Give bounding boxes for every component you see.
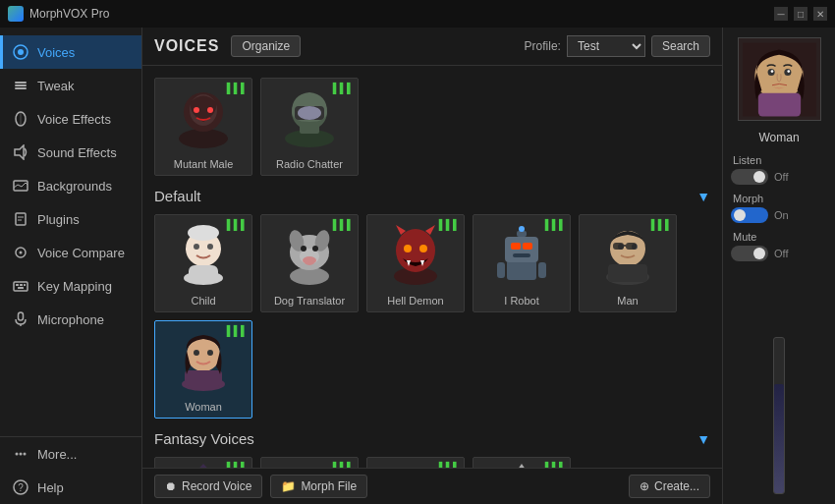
svg-rect-59 (505, 237, 538, 262)
microphone-icon (12, 310, 29, 328)
voices-scroll[interactable]: ▌▌▌ Mutant Male (142, 66, 722, 468)
mute-toggle[interactable] (731, 246, 768, 261)
main-layout: Voices Tweak Voice Effects (0, 28, 835, 504)
voice-card-name: Hell Demon (387, 295, 443, 307)
sidebar-plugins-label: Plugins (37, 212, 80, 227)
sidebar-item-tweak[interactable]: Tweak (0, 69, 141, 102)
plugins-icon (12, 210, 29, 228)
sidebar-item-plugins[interactable]: Plugins (0, 202, 141, 236)
hell-demon-img (380, 219, 451, 286)
voice-card-dog-translator[interactable]: ▌▌▌ Dog (260, 214, 359, 312)
svg-point-1 (18, 49, 24, 55)
sidebar: Voices Tweak Voice Effects (0, 28, 142, 504)
listen-state: Off (774, 171, 788, 183)
voice-card-name: I Robot (504, 295, 538, 307)
mute-toggle-row: Off (731, 246, 827, 261)
sidebar-item-sound-effects[interactable]: Sound Effects (0, 136, 141, 169)
sidebar-item-backgrounds[interactable]: Backgrounds (0, 169, 141, 202)
svg-rect-61 (523, 243, 532, 250)
listen-toggle-knob (753, 171, 765, 183)
svg-point-39 (207, 244, 213, 250)
svg-rect-3 (15, 84, 27, 86)
sidebar-item-microphone[interactable]: Microphone (0, 303, 141, 336)
app-title: MorphVOX Pro (29, 7, 109, 21)
child-img (168, 219, 239, 286)
backgrounds-icon (12, 177, 29, 195)
voice-card-i-robot[interactable]: ▌▌▌ I R (473, 214, 571, 312)
svg-rect-69 (608, 264, 647, 282)
record-voice-button[interactable]: ⏺ Record Voice (154, 475, 262, 498)
sidebar-sound-effects-label: Sound Effects (37, 145, 117, 160)
close-button[interactable]: ✕ (813, 7, 827, 21)
nasty-gnome-img (486, 462, 557, 468)
voice-card-giant[interactable]: ▌▌▌ (366, 457, 465, 468)
mute-toggle-knob (753, 248, 765, 259)
voice-card-name: Dog Translator (274, 295, 345, 307)
sidebar-key-mapping-label: Key Mapping (37, 279, 112, 294)
mute-label: Mute (731, 231, 827, 243)
svg-point-55 (419, 245, 427, 252)
svg-rect-41 (189, 265, 218, 281)
morph-control: Morph On (731, 193, 827, 223)
volume-bar[interactable] (773, 337, 785, 494)
voice-card-name: Woman (185, 401, 222, 413)
svg-point-29 (194, 107, 199, 113)
voice-card-man[interactable]: ▌▌▌ (579, 214, 677, 312)
selected-voice-image (738, 37, 821, 121)
section-fantasy-label: Fantasy Voices (154, 430, 254, 447)
svg-rect-72 (613, 243, 624, 250)
svg-point-40 (188, 225, 219, 241)
svg-rect-109 (757, 92, 800, 116)
sidebar-item-voices[interactable]: Voices (0, 35, 141, 69)
profile-select[interactable]: Test (567, 35, 645, 57)
sidebar-item-more[interactable]: More... (0, 437, 141, 471)
sidebar-item-help[interactable]: ? Help (0, 471, 141, 504)
sidebar-backgrounds-label: Backgrounds (37, 179, 112, 194)
voice-card-female-pixie[interactable]: ▌▌▌ (260, 457, 359, 468)
collapse-arrow-fantasy[interactable]: ▼ (696, 431, 710, 447)
voice-effects-icon (12, 110, 29, 128)
giant-img (380, 462, 451, 468)
morph-file-label: Morph File (301, 479, 357, 493)
voice-card-radio-chatter[interactable]: ▌▌▌ Radio Chatter (260, 78, 359, 176)
sidebar-item-voice-compare[interactable]: Voice Compare (0, 236, 141, 269)
svg-point-78 (194, 350, 199, 356)
morph-file-button[interactable]: 📁 Morph File (270, 475, 367, 498)
svg-point-34 (298, 106, 321, 120)
more-icon (12, 445, 29, 463)
voice-card-hell-demon[interactable]: ▌▌▌ Hel (366, 214, 465, 312)
svg-rect-19 (19, 312, 24, 320)
profile-label: Profile: (525, 39, 561, 53)
volume-level (774, 384, 784, 493)
radio-chatter-img (274, 83, 345, 149)
search-button[interactable]: Search (651, 35, 710, 57)
maximize-button[interactable]: □ (794, 7, 807, 21)
sidebar-tweak-label: Tweak (37, 79, 75, 93)
morph-toggle[interactable] (731, 207, 768, 223)
listen-toggle[interactable] (731, 169, 768, 185)
svg-rect-66 (538, 262, 546, 278)
create-button[interactable]: ⊕ Create... (629, 475, 710, 498)
featured-grid: ▌▌▌ Mutant Male (154, 78, 710, 176)
voice-card-mutant-male[interactable]: ▌▌▌ Mutant Male (154, 78, 252, 176)
voices-icon (12, 43, 29, 61)
voice-card-woman[interactable]: ▌▌▌ (154, 320, 252, 419)
minimize-button[interactable]: ─ (774, 7, 788, 21)
sidebar-item-key-mapping[interactable]: Key Mapping (0, 269, 141, 303)
listen-toggle-row: Off (731, 169, 827, 185)
collapse-arrow-default[interactable]: ▼ (696, 189, 710, 204)
svg-rect-77 (185, 370, 222, 386)
sidebar-item-voice-effects[interactable]: Voice Effects (0, 102, 141, 136)
voice-card-child[interactable]: ▌▌▌ Child (154, 214, 252, 312)
listen-label: Listen (731, 154, 827, 166)
organize-button[interactable]: Organize (231, 35, 301, 57)
profile-area: Profile: Test Search (525, 35, 710, 57)
svg-rect-62 (513, 253, 530, 257)
sidebar-help-label: Help (37, 480, 64, 495)
voice-card-dwarf[interactable]: ▌▌▌ (154, 457, 252, 468)
svg-rect-17 (24, 284, 26, 286)
create-label: Create... (654, 479, 699, 493)
svg-rect-2 (15, 82, 27, 84)
sidebar-bottom: More... ? Help (0, 436, 141, 504)
voice-card-nasty-gnome[interactable]: ▌▌▌ (473, 457, 571, 468)
